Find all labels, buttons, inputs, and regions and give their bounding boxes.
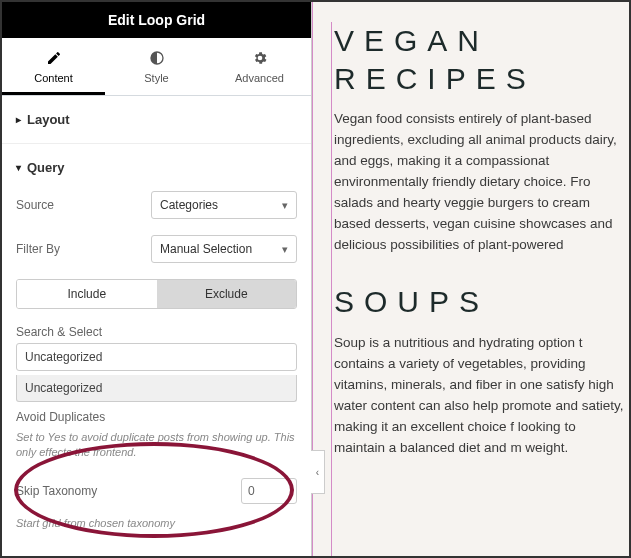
tab-style[interactable]: Style <box>105 38 208 95</box>
toggle-include[interactable]: Include <box>17 280 157 308</box>
help-skip-taxonomy: Start grid from chosen taxonomy <box>2 512 311 541</box>
tab-advanced[interactable]: Advanced <box>208 38 311 95</box>
tab-content[interactable]: Content <box>2 38 105 95</box>
section-query[interactable]: Query <box>2 144 311 183</box>
label-filter: Filter By <box>16 242 151 256</box>
editor-panel: Edit Loop Grid Content Style Advanced La… <box>2 2 312 556</box>
help-avoid-duplicates: Set to Yes to avoid duplicate posts from… <box>2 426 311 470</box>
paragraph-vegan: Vegan food consists entirely of plant-ba… <box>334 109 629 255</box>
pencil-icon <box>2 50 105 68</box>
preview-canvas: VEGANRECIPES Vegan food consists entirel… <box>312 2 629 556</box>
input-skip-taxonomy[interactable]: 0 <box>241 478 297 504</box>
include-exclude-toggle: Include Exclude <box>16 279 297 309</box>
label-source: Source <box>16 198 151 212</box>
label-avoid-duplicates: Avoid Duplicates <box>2 402 311 426</box>
tab-label: Style <box>144 72 168 84</box>
panel-title: Edit Loop Grid <box>2 2 311 38</box>
preview-inner: VEGANRECIPES Vegan food consists entirel… <box>331 22 629 556</box>
section-label: Layout <box>27 112 70 127</box>
section-layout[interactable]: Layout <box>2 96 311 144</box>
section-label: Query <box>27 160 65 175</box>
label-skip-taxonomy: Skip Taxonomy <box>16 484 241 498</box>
contrast-icon <box>105 50 208 68</box>
panel-body: Layout Query Source Categories Filter By… <box>2 96 311 556</box>
heading-soups: SOUPS <box>334 283 629 321</box>
label-search-select: Search & Select <box>2 317 311 343</box>
tab-label: Content <box>34 72 73 84</box>
tab-label: Advanced <box>235 72 284 84</box>
control-skip-taxonomy: Skip Taxonomy 0 <box>2 470 311 512</box>
toggle-exclude[interactable]: Exclude <box>157 280 297 308</box>
caret-down-icon <box>16 162 21 173</box>
paragraph-soups: Soup is a nutritious and hydrating optio… <box>334 333 629 459</box>
search-select-input[interactable]: Uncategorized <box>16 343 297 371</box>
caret-right-icon <box>16 114 21 125</box>
heading-vegan-recipes: VEGANRECIPES <box>334 22 629 97</box>
panel-tabs: Content Style Advanced <box>2 38 311 96</box>
select-source[interactable]: Categories <box>151 191 297 219</box>
panel-collapse-toggle[interactable]: ‹ <box>311 450 325 494</box>
control-filter: Filter By Manual Selection <box>2 227 311 271</box>
select-filter[interactable]: Manual Selection <box>151 235 297 263</box>
gear-icon <box>208 50 311 68</box>
dropdown-option-uncategorized[interactable]: Uncategorized <box>16 375 297 402</box>
control-source: Source Categories <box>2 183 311 227</box>
